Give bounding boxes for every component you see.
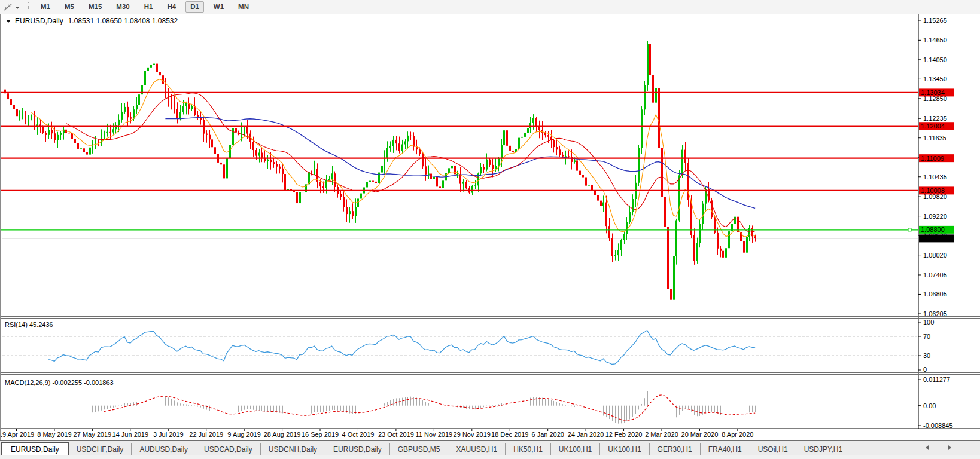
svg-text:1.11635: 1.11635	[923, 134, 946, 142]
svg-text:100: 100	[923, 319, 934, 326]
rsi-indicator-label: RSI(14) 45.2436	[5, 321, 53, 328]
price-levels	[1, 93, 918, 231]
svg-text:18 Dec 2019: 18 Dec 2019	[491, 431, 528, 438]
svg-text:1.14650: 1.14650	[923, 36, 947, 44]
ma-medium-line	[66, 93, 755, 232]
chart-tab[interactable]: GER30,H1	[649, 443, 700, 455]
svg-text:1.13034: 1.13034	[921, 89, 945, 96]
timeframe-m15-button[interactable]: M15	[84, 1, 106, 13]
tool-dropdown-caret-icon[interactable]	[15, 7, 20, 9]
svg-text:1.10435: 1.10435	[923, 173, 947, 180]
status-strip	[0, 455, 980, 459]
svg-text:1.08020: 1.08020	[923, 252, 947, 259]
chart-tab[interactable]: EURUSD,Daily	[325, 443, 389, 455]
svg-text:1.08800: 1.08800	[921, 226, 945, 233]
ma-slow-line	[165, 118, 755, 209]
tab-scroll-right-icon	[948, 445, 951, 450]
timeframe-m30-button[interactable]: M30	[111, 1, 134, 13]
chart-tab[interactable]: USDJPY,H1	[796, 443, 850, 455]
toolbar-grip[interactable]	[26, 2, 29, 11]
timeframe-w1-button[interactable]: W1	[209, 1, 229, 13]
chart-tab[interactable]: USDCAD,Daily	[196, 443, 260, 455]
svg-text:4 Oct 2019: 4 Oct 2019	[342, 431, 375, 438]
svg-text:70: 70	[923, 333, 930, 340]
support-line-handle[interactable]	[908, 228, 911, 231]
svg-text:16 Sep 2019: 16 Sep 2019	[302, 431, 339, 438]
chart-tab[interactable]: USDCNH,Daily	[260, 443, 325, 455]
svg-text:-0.008845: -0.008845	[923, 422, 953, 429]
svg-text:2 Mar 2020: 2 Mar 2020	[645, 431, 678, 438]
timeframe-m1-button[interactable]: M1	[36, 1, 55, 13]
svg-text:22 Jul 2019: 22 Jul 2019	[189, 431, 223, 438]
svg-text:1.15265: 1.15265	[923, 17, 947, 24]
chart-tab[interactable]: USDCHF,Daily	[69, 443, 132, 455]
svg-text:3 Jul 2019: 3 Jul 2019	[153, 431, 184, 438]
macd-signal-line	[104, 395, 755, 420]
svg-text:24 Jan 2020: 24 Jan 2020	[568, 431, 604, 438]
svg-text:23 Oct 2019: 23 Oct 2019	[378, 431, 414, 438]
chart-title: EURUSD,Daily 1.08531 1.08650 1.08408 1.0…	[6, 17, 178, 25]
timeframe-d1-button[interactable]: D1	[185, 1, 204, 13]
svg-text:28 Aug 2019: 28 Aug 2019	[264, 431, 301, 438]
chart-title-caret-icon[interactable]	[6, 20, 11, 23]
chart-ohlc-values: 1.08531 1.08650 1.08408 1.08532	[68, 17, 178, 25]
svg-text:1.11009: 1.11009	[921, 155, 944, 162]
svg-text:11 Nov 2019: 11 Nov 2019	[416, 431, 453, 438]
svg-text:0: 0	[923, 366, 927, 373]
svg-text:1.12235: 1.12235	[923, 115, 947, 122]
time-axis: 19 Apr 20198 May 201927 May 201914 Jun 2…	[1, 429, 980, 438]
rsi-pane: 10070300	[2, 319, 934, 373]
chart-tab[interactable]: AUDUSD,Daily	[131, 443, 196, 455]
chart-tab[interactable]: HK50,H1	[505, 443, 550, 455]
top-toolbar: M1 M5 M15 M30 H1 H4 D1 W1 MN	[0, 0, 980, 14]
svg-text:27 May 2019: 27 May 2019	[74, 431, 112, 438]
svg-text:1.08532: 1.08532	[921, 235, 945, 242]
svg-text:1.07405: 1.07405	[923, 271, 947, 279]
mt4-terminal: { "toolbar": { "timeframes": ["M1","M5",…	[0, 0, 980, 459]
rsi-line	[48, 331, 755, 365]
svg-text:8 May 2019: 8 May 2019	[37, 431, 71, 438]
chart-symbol-period: EURUSD,Daily	[15, 17, 63, 25]
chart-tab-bar: EURUSD,Daily USDCHF,Daily AUDUSD,Daily U…	[0, 440, 980, 455]
tab-scroll-left-icon	[926, 445, 929, 450]
svg-text:1.12004: 1.12004	[921, 123, 945, 130]
svg-text:12 Feb 2020: 12 Feb 2020	[605, 431, 643, 438]
svg-text:8 Apr 2020: 8 Apr 2020	[722, 431, 753, 438]
timeframe-mn-button[interactable]: MN	[233, 1, 254, 13]
chart-window: 1.152651.146501.140501.134501.128501.122…	[0, 14, 979, 440]
macd-histogram: 0.0112770.00-0.008845	[81, 376, 953, 429]
svg-text:1.13450: 1.13450	[923, 75, 947, 82]
tab-scroll-left-button[interactable]	[923, 443, 930, 452]
chart-tab[interactable]: USOil,H1	[750, 443, 796, 455]
macd-indicator-label: MACD(12,26,9) -0.002255 -0.001863	[5, 379, 114, 386]
chart-tab-active[interactable]: EURUSD,Daily	[1, 442, 69, 455]
chart-canvas[interactable]: 1.152651.146501.140501.134501.128501.122…	[1, 14, 980, 441]
chart-tab[interactable]: GBPUSD,M5	[389, 443, 448, 455]
svg-text:30: 30	[923, 352, 930, 359]
svg-text:6 Jan 2020: 6 Jan 2020	[531, 431, 564, 438]
svg-text:1.06805: 1.06805	[923, 290, 947, 298]
svg-text:29 Nov 2019: 29 Nov 2019	[454, 431, 491, 438]
svg-text:1.14050: 1.14050	[923, 56, 947, 63]
timeframe-m5-button[interactable]: M5	[60, 1, 79, 13]
tab-scroll-right-button[interactable]	[946, 443, 953, 452]
chart-tab[interactable]: UK100,H1	[550, 443, 599, 455]
svg-text:20 Mar 2020: 20 Mar 2020	[681, 431, 719, 438]
chart-tab[interactable]: FRA40,H1	[700, 443, 750, 455]
svg-text:14 Jun 2019: 14 Jun 2019	[112, 431, 149, 438]
svg-text:0.011277: 0.011277	[923, 376, 950, 383]
svg-text:9 Aug 2019: 9 Aug 2019	[227, 431, 261, 438]
chart-tab[interactable]: XAUUSD,H1	[448, 443, 505, 455]
svg-text:1.10008: 1.10008	[921, 187, 945, 194]
candlestick-series	[4, 41, 756, 303]
svg-text:0.00: 0.00	[923, 402, 936, 409]
chart-tab[interactable]: UK100,H1	[599, 443, 649, 455]
svg-text:19 Apr 2019: 19 Apr 2019	[1, 431, 34, 438]
timeframe-h1-button[interactable]: H1	[139, 1, 158, 13]
timeframe-h4-button[interactable]: H4	[162, 1, 181, 13]
trendline-tool-icon[interactable]	[3, 2, 14, 12]
svg-text:1.09220: 1.09220	[923, 213, 947, 220]
